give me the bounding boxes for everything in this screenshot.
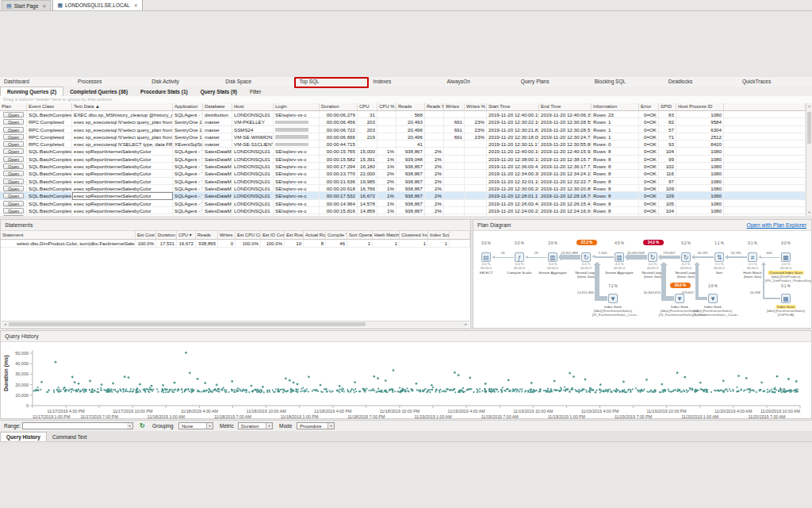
stmt-column-header-hash-match-o[interactable]: Hash Match O... <box>373 231 400 240</box>
range-input[interactable] <box>22 422 128 429</box>
close-icon[interactable]: ✕ <box>134 2 138 8</box>
table-row[interactable]: OpenSQL:BatchCompletedexec spReportInter… <box>0 163 806 170</box>
scroll-right-icon[interactable]: ► <box>463 322 469 327</box>
scrollbar-thumb[interactable] <box>9 322 366 326</box>
column-header-writes[interactable]: Writes % <box>465 103 487 111</box>
column-header-duration[interactable]: Duration <box>320 103 358 111</box>
index-scan-icon[interactable]: ▦ <box>781 294 791 303</box>
open-plan-button[interactable]: Open <box>3 134 24 140</box>
column-header-writes[interactable]: Writes <box>444 103 465 111</box>
bottom-tab-query-history[interactable]: Query History <box>0 432 47 441</box>
open-plan-button[interactable]: Open <box>3 141 24 147</box>
table-row[interactable]: OpenRPC:Completedexec sp_executesql N'se… <box>0 133 806 140</box>
open-plan-button[interactable]: Open <box>3 201 24 206</box>
metric-select[interactable]: Duration ▾ <box>238 422 273 429</box>
column-header-application[interactable]: Application <box>173 103 203 111</box>
scrollbar-thumb[interactable] <box>807 112 811 144</box>
stmt-column-header-actual-rows[interactable]: Actual Rows <box>304 231 326 240</box>
index-seek-icon[interactable]: ▼ <box>675 294 684 303</box>
column-header-host-process-id[interactable]: Host Process ID <box>676 103 724 111</box>
scroll-up-icon[interactable]: ▲ <box>806 103 812 110</box>
open-plan-button[interactable]: Open <box>3 119 24 125</box>
statements-horizontal-scrollbar[interactable]: ◄ ► <box>2 321 469 327</box>
column-header-host[interactable]: Host <box>232 103 274 111</box>
stmt-column-header-est-io-cost[interactable]: Est IO Cost... <box>261 231 285 240</box>
open-plan-button[interactable]: Open <box>3 156 24 162</box>
tab-server-londonsql01[interactable]: ▦ LONDONSQL01.SE.LOCAL ✕ <box>52 0 142 10</box>
open-plan-button[interactable]: Open <box>3 215 24 216</box>
table-row[interactable]: OpenSQL:BatchCompletedexec spReportInter… <box>0 148 806 155</box>
table-row[interactable]: OpenSQL:BatchCompletedexec spReportInter… <box>0 156 806 163</box>
column-header-database[interactable]: Database <box>203 103 232 111</box>
mode-select[interactable]: Procedure ▾ <box>297 422 335 429</box>
nav-tab-alwayson[interactable]: AlwaysOn <box>443 77 517 87</box>
stmt-column-header-duration[interactable]: Duration ▾ <box>156 231 177 240</box>
table-row[interactable]: OpenRPC:Completedexec sp_executesql N'SE… <box>0 140 806 148</box>
statement-row[interactable]: select dbo.DimProduct.Color, sum(dbo.Fac… <box>1 240 470 248</box>
table-row[interactable]: OpenRPC:Completedexec sp_executesql N'se… <box>0 126 806 133</box>
scroll-down-icon[interactable]: ▼ <box>806 210 812 216</box>
column-header-plan[interactable]: Plan <box>0 103 27 111</box>
stmt-column-header-statement[interactable]: Statement <box>1 231 136 240</box>
column-header-reads[interactable]: Reads <box>396 103 425 111</box>
grouping-select[interactable]: None ▾ <box>178 422 213 429</box>
open-plan-button[interactable]: Open <box>3 171 24 176</box>
column-header-spid[interactable]: SPID <box>659 103 676 111</box>
table-row[interactable]: OpenSQL:BatchCompletedexec spReportInter… <box>0 200 806 207</box>
table-row[interactable]: OpenSQL:BatchCompletedEXEC dbo.sp_MShist… <box>0 111 806 118</box>
nav-tab-dashboard[interactable]: Dashboard <box>0 77 74 87</box>
column-header-reads[interactable]: Reads % <box>425 103 444 111</box>
index-seek-icon[interactable]: ▼ <box>608 294 618 303</box>
nav-tab-top-sql[interactable]: Top SQL <box>295 77 369 87</box>
open-plan-button[interactable]: Open <box>3 112 24 117</box>
open-plan-button[interactable]: Open <box>3 164 24 169</box>
scroll-left-icon[interactable]: ◄ <box>2 322 8 327</box>
tab-start-page[interactable]: ▤ Start Page ✕ <box>2 0 51 10</box>
grid-vertical-scrollbar[interactable]: ▲ ▼ <box>806 103 812 216</box>
stmt-column-header-compile-ti[interactable]: Compile Ti... <box>326 231 347 240</box>
nav-tab-quicktraces[interactable]: QuickTraces <box>738 77 812 87</box>
stmt-column-header-cpu[interactable]: CPU ▾ <box>177 231 196 240</box>
subtab-query-stats-9[interactable]: Query Stats (9) <box>194 87 243 96</box>
stmt-column-header-est-cpu-cost[interactable]: Est CPU Cost... <box>236 231 261 240</box>
column-header-end-time[interactable]: End Time <box>539 103 592 111</box>
subtab-filter[interactable]: Filter <box>243 87 267 96</box>
open-plan-button[interactable]: Open <box>3 193 24 198</box>
subtab-procedure-stats-1[interactable]: Procedure Stats (1) <box>134 87 194 96</box>
open-plan-button[interactable]: Open <box>3 186 24 191</box>
table-row[interactable]: OpenRPC:Completedexec sp_executesql N'se… <box>0 118 806 125</box>
table-row[interactable]: OpenSQL:BatchCompletedexec spReportInter… <box>0 185 806 192</box>
refresh-icon[interactable]: ↻ <box>140 422 145 429</box>
stmt-column-header-est-cost[interactable]: Est Cost % <box>136 231 156 240</box>
nav-tab-indexes[interactable]: Indexes <box>369 77 442 87</box>
column-header-event-class[interactable]: Event Class <box>27 103 72 111</box>
stmt-column-header-index-scan[interactable]: Index Scan (... <box>428 231 450 240</box>
nav-tab-deadlocks[interactable]: Deadlocks <box>665 77 738 87</box>
table-row[interactable]: OpenSQL:BatchCompletedexec spReportInter… <box>0 178 806 185</box>
column-header-cpu[interactable]: CPU <box>358 103 377 111</box>
nav-tab-processes[interactable]: Processes <box>74 77 147 87</box>
range-dropdown-button[interactable]: ▾ <box>127 422 133 429</box>
subtab-running-queries-2[interactable]: Running Queries (2) <box>0 87 63 96</box>
stmt-column-header-reads[interactable]: Reads <box>196 231 218 240</box>
table-row[interactable]: OpenSQL:BatchCompletedexec spReportInter… <box>0 192 806 199</box>
nav-tab-blocking-sql[interactable]: Blocking SQL <box>591 77 665 87</box>
stmt-column-header-sort-operations[interactable]: Sort Operations <box>347 231 373 240</box>
table-row[interactable]: OpenSQL:BatchCompletedexec spReportInter… <box>0 214 806 216</box>
open-with-plan-explorer-link[interactable]: Open with Plan Explorer <box>747 220 806 230</box>
table-row[interactable]: OpenSQL:BatchCompletedexec spReportInter… <box>0 207 806 214</box>
index-seek-icon[interactable]: ▼ <box>708 294 718 303</box>
nav-tab-disk-activity[interactable]: Disk Activity <box>147 77 221 87</box>
stmt-column-header-est-rows[interactable]: Est Rows <box>285 231 304 240</box>
stmt-column-header-clustered-inde[interactable]: Clustered Inde... <box>400 231 428 240</box>
nav-tab-disk-space[interactable]: Disk Space <box>221 77 295 87</box>
open-plan-button[interactable]: Open <box>3 127 24 133</box>
nav-tab-query-plans[interactable]: Query Plans <box>517 77 591 87</box>
table-row[interactable]: OpenSQL:BatchCompletedexec spReportInter… <box>0 170 806 177</box>
stmt-column-header-writes[interactable]: Writes <box>218 231 236 240</box>
column-header-information[interactable]: Information <box>592 103 639 111</box>
open-plan-button[interactable]: Open <box>3 179 24 184</box>
bottom-tab-command-text[interactable]: Command Text <box>47 433 93 441</box>
column-header-cpu[interactable]: CPU % <box>377 103 396 111</box>
subtab-completed-queries-36[interactable]: Completed Queries (36) <box>63 87 134 96</box>
